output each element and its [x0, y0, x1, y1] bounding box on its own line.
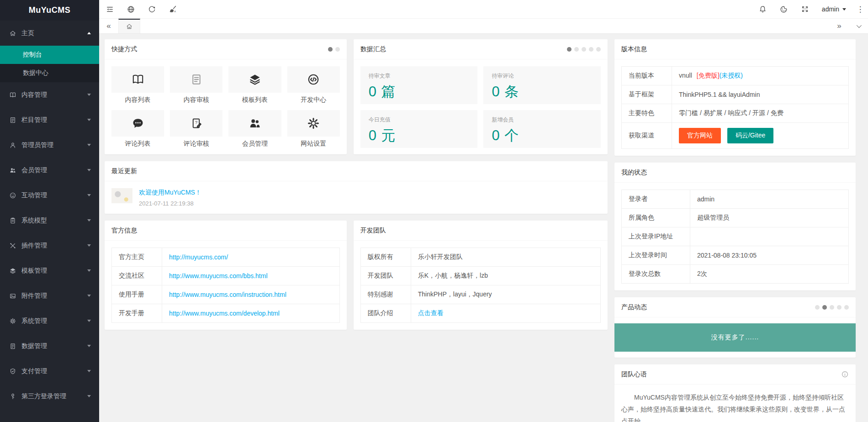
carousel-dot[interactable]	[567, 47, 572, 52]
news-banner[interactable]: 没有更多了......	[614, 323, 856, 352]
official-home-link[interactable]: http://muyucms.com/	[169, 253, 228, 261]
notifications-button[interactable]	[752, 0, 773, 18]
stat-new-members: 新增会员 0 个	[483, 110, 601, 148]
theme-button[interactable]: A	[162, 0, 183, 18]
card-title: 最近更新	[111, 167, 601, 175]
table-row: 上次登录时间2021-08-08 23:10:05	[622, 246, 849, 265]
chevron-down-icon	[87, 219, 91, 222]
shortcut-content-list[interactable]: 内容列表	[111, 66, 164, 104]
carousel-dot[interactable]	[574, 47, 579, 52]
chevron-down-icon	[87, 395, 91, 397]
sidebar-item-thirdparty[interactable]: 第三方登录管理	[0, 384, 99, 409]
recent-update-item[interactable]: 欢迎使用MuYuCMS！ 2021-07-11 22:19:38	[105, 181, 608, 214]
code-icon	[307, 73, 320, 86]
table-row: 官方主页http://muyucms.com/	[112, 248, 340, 267]
table-row: 基于框架ThinkPHP5.1 && layuiAdmin	[622, 85, 849, 104]
collapse-sidebar-button[interactable]	[99, 0, 120, 18]
fullscreen-button[interactable]	[794, 0, 815, 18]
sidebar-item-data[interactable]: 数据管理	[0, 333, 99, 359]
chevron-down-icon	[842, 8, 846, 11]
table-row: 登录次总数2次	[622, 265, 849, 284]
official-site-button[interactable]: 官方网站	[679, 128, 721, 143]
carousel-dot[interactable]	[589, 47, 593, 52]
chevron-down-icon	[87, 370, 91, 372]
sidebar-item-datacenter[interactable]: 数据中心	[0, 64, 99, 82]
carousel-dot[interactable]	[815, 305, 820, 310]
version-info-table: 当前版本 vnull[免费版](未授权) 基于框架ThinkPHP5.1 && …	[621, 66, 849, 149]
document-question-icon: ?	[190, 117, 203, 130]
card-official-info: 官方信息 官方主页http://muyucms.com/ 交流社区http://…	[105, 221, 347, 330]
person-icon	[9, 142, 16, 149]
shortcut-template-list[interactable]: 模板列表	[228, 66, 281, 104]
article-link[interactable]: 欢迎使用MuYuCMS！	[139, 189, 201, 197]
sidebar-item-attachments[interactable]: 附件管理	[0, 283, 99, 308]
sidebar-item-content[interactable]: 内容管理	[0, 82, 99, 107]
carousel-dot[interactable]	[335, 47, 340, 52]
manual-link[interactable]: http://www.muyucms.com/instruction.html	[169, 291, 286, 298]
shortcut-comment-list[interactable]: 评论列表	[111, 110, 164, 148]
info-icon[interactable]	[841, 370, 849, 378]
card-title: 数据汇总	[360, 45, 567, 53]
appearance-button[interactable]	[773, 0, 794, 18]
card-title: 我的状态	[621, 169, 849, 177]
official-info-table: 官方主页http://muyucms.com/ 交流社区http://www.m…	[111, 248, 340, 323]
card-data-summary: 数据汇总 待审文章 0 篇	[354, 39, 608, 154]
tab-bar: « »	[99, 19, 868, 34]
carousel-dot[interactable]	[837, 305, 842, 310]
stat-pending-comments: 待审评论 0 条	[483, 66, 601, 104]
free-edition-badge: [免费版]	[697, 72, 720, 79]
double-chevron-right-icon: »	[837, 21, 841, 31]
shortcut-member-manage[interactable]: 会员管理	[228, 110, 281, 148]
table-row: 获取渠道 官方网站 码云/Gitee	[622, 123, 849, 149]
shortcut-dev-center[interactable]: 开发中心	[287, 66, 340, 104]
carousel-dot[interactable]	[844, 305, 849, 310]
sidebar-item-label: 主页	[21, 29, 82, 37]
sidebar-item-members[interactable]: 会员管理	[0, 158, 99, 183]
fullscreen-icon	[801, 5, 809, 13]
chevron-up-icon	[87, 32, 91, 34]
double-chevron-left-icon: «	[106, 21, 111, 31]
table-row: 特别感谢ThinkPHP，layui，Jquery	[360, 285, 600, 304]
tabs-scroll-right-button[interactable]: »	[830, 19, 849, 33]
tabs-menu-button[interactable]	[849, 19, 868, 33]
chevron-down-icon	[87, 144, 91, 146]
version-value: vnull	[679, 72, 692, 79]
image-icon	[9, 292, 16, 300]
carousel-dot[interactable]	[596, 47, 601, 52]
sidebar-item-interaction[interactable]: 互动管理	[0, 183, 99, 208]
carousel-dot[interactable]	[822, 305, 827, 310]
carousel-dot[interactable]	[328, 47, 333, 52]
chevron-down-icon	[857, 23, 862, 28]
shortcut-content-review[interactable]: 内容审核	[170, 66, 222, 104]
team-intro-link[interactable]: 点击查看	[418, 309, 444, 316]
carousel-dots	[567, 47, 601, 52]
more-menu-button[interactable]: ⋮	[852, 5, 868, 14]
sidebar-item-payment[interactable]: 支付管理	[0, 359, 99, 384]
shortcut-comment-review[interactable]: ? 评论审核	[170, 110, 222, 148]
tab-home[interactable]	[118, 19, 140, 33]
tabs-scroll-left-button[interactable]: «	[99, 19, 118, 33]
table-row: 当前版本 vnull[免费版](未授权)	[622, 67, 849, 85]
sidebar-item-console[interactable]: 控制台	[0, 46, 99, 64]
sidebar-item-home[interactable]: 主页	[0, 21, 99, 46]
card-title: 快捷方式	[111, 45, 328, 53]
gitee-button[interactable]: 码云/Gitee	[727, 128, 773, 143]
site-home-button[interactable]	[120, 0, 141, 18]
shortcut-site-settings[interactable]: 网站设置	[287, 110, 340, 148]
sidebar-item-templates[interactable]: 模板管理	[0, 258, 99, 283]
community-link[interactable]: http://www.muyucms.com/bbs.html	[169, 272, 268, 280]
user-menu[interactable]: admin	[815, 0, 852, 18]
sidebar-item-models[interactable]: 系统模型	[0, 208, 99, 233]
sidebar-item-admins[interactable]: 管理员管理	[0, 132, 99, 158]
sidebar-item-column[interactable]: 栏目管理	[0, 107, 99, 132]
sidebar-item-system[interactable]: 系统管理	[0, 308, 99, 333]
sidebar-item-plugins[interactable]: 插件管理	[0, 233, 99, 258]
dev-manual-link[interactable]: http://www.muyucms.com/develop.html	[169, 310, 280, 317]
table-row: 登录者admin	[622, 190, 849, 209]
carousel-dot[interactable]	[582, 47, 586, 52]
motto-text: MuYuCMS内容管理系统从创立至今始终坚持免费开源，始终坚持倾听社区心声，始终…	[614, 385, 856, 422]
unauthorized-link[interactable]: (未授权)	[720, 72, 743, 79]
refresh-button[interactable]	[141, 0, 162, 18]
carousel-dot[interactable]	[830, 305, 834, 310]
document-list-icon	[9, 116, 16, 124]
